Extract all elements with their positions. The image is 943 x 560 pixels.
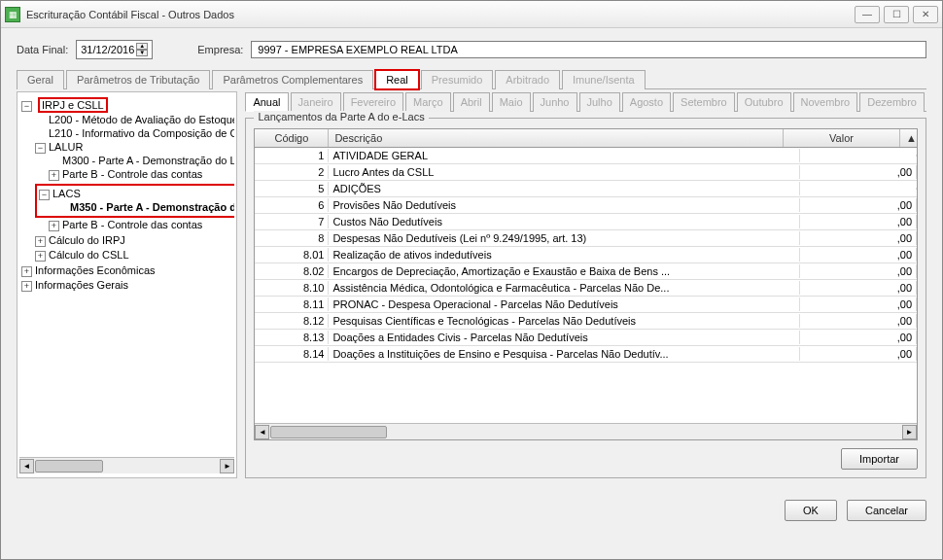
right-panel: AnualJaneiroFevereiroMarçoAbrilMaioJunho…: [245, 91, 926, 478]
group-title: Lançamentos da Parte A do e-Lacs: [254, 111, 428, 122]
expander-icon[interactable]: +: [35, 251, 46, 262]
cell-codigo: 5: [255, 182, 329, 195]
cell-valor[interactable]: ,00: [800, 248, 917, 262]
tree-node-calc-csll[interactable]: +Cálculo do CSLL: [35, 248, 234, 262]
cell-valor[interactable]: ,00: [800, 314, 917, 328]
col-header-valor[interactable]: Valor: [784, 129, 900, 147]
cell-valor[interactable]: ,00: [800, 165, 917, 179]
tree-node-calc-irpj[interactable]: +Cálculo do IRPJ: [35, 233, 234, 248]
cell-valor[interactable]: ,00: [800, 198, 917, 212]
cell-codigo: 8.02: [255, 264, 329, 278]
table-row[interactable]: 8.14Doações a Instituições de Ensino e P…: [255, 346, 917, 363]
cell-descricao: PRONAC - Despesa Operacional - Parcelas …: [329, 298, 800, 311]
tree-node-info-econ[interactable]: +Informações Econômicas: [21, 263, 234, 278]
scroll-right-icon[interactable]: ►: [902, 425, 917, 439]
empresa-value: 9997 - EMPRESA EXEMPLO REAL LTDA: [258, 44, 457, 55]
expander-icon[interactable]: +: [49, 221, 59, 231]
expander-icon[interactable]: −: [21, 101, 32, 112]
tree-node-lacs[interactable]: −LACS M350 - Parte A - Demonstração do +…: [35, 183, 234, 233]
expander-icon[interactable]: +: [21, 266, 32, 277]
tree-node-m300[interactable]: M300 - Parte A - Demonstração do Lucro: [49, 154, 234, 167]
month-tab-fevereiro: Fevereiro: [343, 92, 403, 112]
grid-body[interactable]: 1ATIVIDADE GERAL2Lucro Antes da CSLL,005…: [255, 148, 917, 423]
tree-node-info-gerais[interactable]: +Informações Gerais: [21, 278, 234, 293]
cell-valor[interactable]: ,00: [800, 264, 917, 278]
table-row[interactable]: 8Despesas Não Dedutíveis (Lei nº 9.249/1…: [255, 230, 917, 247]
cell-descricao: Provisões Não Dedutíveis: [329, 198, 800, 212]
scroll-left-icon[interactable]: ◄: [19, 459, 34, 473]
minimize-button[interactable]: —: [855, 6, 880, 23]
month-tab-agosto: Agosto: [622, 92, 671, 112]
month-tab-anual[interactable]: Anual: [245, 92, 288, 112]
tree-node-irpj-csll[interactable]: − IRPJ e CSLL L200 - Método de Avaliação…: [21, 96, 234, 263]
scroll-left-icon[interactable]: ◄: [255, 425, 269, 439]
table-row[interactable]: 8.11PRONAC - Despesa Operacional - Parce…: [255, 297, 917, 313]
tab-geral[interactable]: Geral: [17, 70, 64, 89]
tab-par-metros-complementares[interactable]: Parâmetros Complementares: [212, 70, 373, 89]
month-tab-setembro: Setembro: [673, 92, 735, 112]
empresa-input[interactable]: 9997 - EMPRESA EXEMPLO REAL LTDA: [251, 41, 926, 58]
tab-par-metros-de-tributa-o[interactable]: Parâmetros de Tributação: [66, 70, 211, 89]
header-row: Data Final: 31/12/2016 ▲▼ Empresa: 9997 …: [17, 40, 926, 59]
cell-valor[interactable]: ,00: [800, 231, 917, 245]
maximize-button[interactable]: ☐: [884, 6, 909, 23]
expander-icon[interactable]: −: [35, 143, 46, 154]
tree-panel[interactable]: − IRPJ e CSLL L200 - Método de Avaliação…: [17, 91, 237, 478]
cell-descricao: Realização de ativos indedutíveis: [329, 248, 800, 262]
footer: OK Cancelar: [1, 490, 942, 531]
tree-hscrollbar[interactable]: ◄ ►: [19, 457, 234, 473]
expander-icon[interactable]: −: [39, 190, 50, 200]
table-row[interactable]: 6Provisões Não Dedutíveis,00: [255, 197, 917, 214]
tab-presumido: Presumido: [421, 70, 494, 89]
cell-valor[interactable]: [800, 155, 917, 157]
cell-descricao: Custos Não Dedutíveis: [329, 215, 800, 228]
lancamentos-group: Lançamentos da Parte A do e-Lacs Código …: [245, 118, 926, 478]
scroll-right-icon[interactable]: ►: [220, 459, 234, 473]
table-row[interactable]: 7Custos Não Dedutíveis,00: [255, 214, 917, 230]
data-final-value: 31/12/2016: [81, 44, 134, 55]
cell-valor[interactable]: ,00: [800, 347, 917, 361]
tree-view[interactable]: − IRPJ e CSLL L200 - Método de Avaliação…: [19, 96, 234, 293]
cell-codigo: 8.10: [255, 281, 329, 295]
col-header-codigo[interactable]: Código: [255, 129, 329, 147]
table-row[interactable]: 2Lucro Antes da CSLL,00: [255, 164, 917, 181]
col-header-descricao[interactable]: Descrição: [329, 129, 784, 147]
close-button[interactable]: ✕: [913, 6, 938, 23]
month-tab-julho: Julho: [579, 92, 620, 112]
cell-valor[interactable]: ,00: [800, 281, 917, 295]
cell-codigo: 2: [255, 165, 329, 179]
data-grid[interactable]: Código Descrição Valor ▲ 1ATIVIDADE GERA…: [254, 128, 918, 440]
tree-node-parteb-lacs[interactable]: +Parte B - Controle das contas: [49, 218, 234, 232]
table-row[interactable]: 8.01Realização de ativos indedutíveis,00: [255, 247, 917, 263]
table-row[interactable]: 8.12Pesquisas Científicas e Tecnológicas…: [255, 313, 917, 330]
table-row[interactable]: 8.02Encargos de Depreciação, Amortização…: [255, 263, 917, 280]
tree-node-l200[interactable]: L200 - Método de Avaliação do Estoque Fi…: [35, 113, 234, 126]
scroll-thumb[interactable]: [35, 460, 103, 472]
data-final-input[interactable]: 31/12/2016 ▲▼: [76, 40, 153, 59]
scroll-thumb[interactable]: [270, 426, 387, 438]
tree-node-l210[interactable]: L210 - Informativo da Composição de Cust…: [35, 126, 234, 140]
cancelar-button[interactable]: Cancelar: [847, 500, 926, 521]
expander-icon[interactable]: +: [21, 281, 32, 292]
table-row[interactable]: 8.13Doações a Entidades Civis - Parcelas…: [255, 330, 917, 346]
table-row[interactable]: 5ADIÇÕES: [255, 181, 917, 197]
month-tab-abril: Abril: [453, 92, 490, 112]
tab-real[interactable]: Real: [375, 70, 419, 89]
tree-node-m350[interactable]: M350 - Parte A - Demonstração do: [56, 200, 234, 214]
cell-valor[interactable]: ,00: [800, 331, 917, 344]
tree-node-lalur[interactable]: −LALUR M300 - Parte A - Demonstração do …: [35, 140, 234, 183]
table-row[interactable]: 1ATIVIDADE GERAL: [255, 148, 917, 164]
grid-hscrollbar[interactable]: ◄ ►: [255, 423, 917, 439]
cell-valor[interactable]: ,00: [800, 298, 917, 311]
month-tab-janeiro: Janeiro: [291, 92, 341, 112]
cell-valor[interactable]: ,00: [800, 215, 917, 228]
expander-icon[interactable]: +: [35, 236, 46, 247]
expander-icon[interactable]: +: [49, 170, 59, 181]
date-spinner[interactable]: ▲▼: [136, 43, 148, 56]
importar-button[interactable]: Importar: [841, 448, 918, 470]
tree-node-parteb-lalur[interactable]: +Parte B - Controle das contas: [49, 167, 234, 182]
grid-header: Código Descrição Valor ▲: [255, 129, 917, 148]
ok-button[interactable]: OK: [785, 500, 837, 521]
table-row[interactable]: 8.10Assistência Médica, Odontológica e F…: [255, 280, 917, 297]
cell-valor[interactable]: [800, 188, 917, 190]
